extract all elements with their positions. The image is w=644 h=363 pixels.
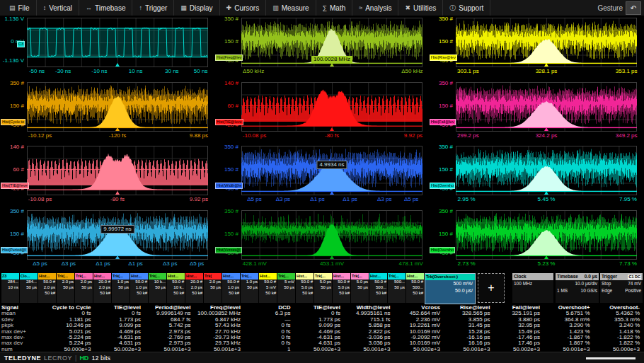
table-cell: 3.880 ps <box>493 316 544 322</box>
descriptor-box-5[interactable]: Hist...20.0 #2.0 ps50 k# <box>93 273 111 303</box>
descriptor-value: 500... <box>369 285 387 291</box>
trace-tag-hist-overshoot-neg[interactable]: Hist(Oversho <box>430 247 455 253</box>
trace-tag-hist-fall[interactable]: Hist(Fall@lev <box>430 119 456 125</box>
y-axis-label: 150 # <box>0 103 24 109</box>
waveform-hist-tie-pink[interactable] <box>27 146 208 195</box>
waveform-hist-overshoot-pos[interactable] <box>456 146 637 195</box>
table-cell: 50.002e+3 <box>94 346 144 352</box>
x-axis-label: Δ1 ps <box>128 260 142 267</box>
descriptor-box-16[interactable]: Hist...50.0 #5.0 ps50 k# <box>296 273 314 303</box>
menu-cursors[interactable]: ✚Cursors <box>220 0 267 16</box>
descriptor-box-4[interactable]: Trk(...2.0 ps50 µs <box>75 273 93 303</box>
table-header-7: Width@level <box>343 304 393 310</box>
table-cell: 9.9996149 ns <box>144 310 194 316</box>
trace-tag-hist-period[interactable]: Hist(Period@l <box>1 247 28 253</box>
x-axis-label: -50 ns <box>29 68 45 74</box>
menu-display[interactable]: ▦Display <box>174 0 219 16</box>
table-cell: 50.002e+3 <box>493 346 544 352</box>
descriptor-box-7[interactable]: Hist...50.0 #1.0 ps50 k# <box>130 273 148 303</box>
table-header-5: DCD <box>243 304 294 310</box>
waveform-hist-fall[interactable] <box>456 82 637 132</box>
x-axis-label: 5.23 % <box>538 260 556 267</box>
descriptor-box-8[interactable]: Trk(...10 k...50 µs <box>149 273 166 303</box>
x-axis-label: 5.45 % <box>538 196 556 202</box>
trace-tag-hist-overshoot-pos[interactable]: Hist(Oversho <box>430 183 455 189</box>
waveform-hist-vcross[interactable] <box>241 210 422 260</box>
table-cell: 9.099 ps <box>94 322 144 328</box>
menu-math[interactable]: ∑Math <box>316 0 353 16</box>
descriptor-box-19[interactable]: Trk(...5.0 ps50 µs <box>351 273 369 303</box>
add-trace-button[interactable]: + <box>478 273 505 303</box>
descriptor-value: 2.0 ps <box>93 285 111 291</box>
y-axis-label: 350 # <box>0 209 24 214</box>
menu-label: Measure <box>282 4 309 12</box>
descriptor-box-1[interactable]: Clo...284...50 µs <box>20 273 38 303</box>
table-cell: 1.418 % <box>593 328 643 334</box>
trigger-level: 74 mV <box>628 280 641 287</box>
y-axis-label: -1.136 V <box>0 58 24 64</box>
descriptor-box-17[interactable]: Trk(...5.0 ps50 µs <box>314 273 332 303</box>
trace-tag-hist-cycle[interactable]: Hist(Cycle to <box>1 119 25 125</box>
trace-tag-hist-rise[interactable]: Hist(Rise@lev <box>430 54 457 61</box>
panel-hist-tie-pink: 140 #60 #-20 #-10.08 ps-80 fs9.92 psHist… <box>0 144 214 208</box>
table-cell: 452.664 mV <box>393 310 444 316</box>
trace-tag-hist-freq[interactable]: Hist(Freq@lev <box>215 54 243 61</box>
descriptor-box-3[interactable]: Trk(...2.0 ps50 µs <box>57 273 74 303</box>
menu-label: File <box>18 4 30 12</box>
menu-file[interactable]: ▤File <box>3 0 37 16</box>
waveform-hist-cycle[interactable] <box>27 82 208 132</box>
descriptor-box-9[interactable]: Hist...50.0 #10 k..50 k# <box>167 273 185 303</box>
descriptor-box-11[interactable]: Trk(2.0 ps50 µs <box>204 273 222 303</box>
trigger-box[interactable]: Trigger C1 DC Stop 74 mV Edge Positive <box>600 273 643 303</box>
descriptor-header: Trk(Overshoot-) <box>425 274 475 280</box>
descriptor-box-18[interactable]: Hist...50.0 #5.0 ps50 k# <box>333 273 350 303</box>
x-axis-label: Δ1 ps <box>343 196 357 202</box>
trace-tag-c3[interactable]: C3 <box>17 41 25 47</box>
descriptor-box-13[interactable]: Trk(...1.0 ps50 µs <box>241 273 258 303</box>
descriptor-box-2[interactable]: Hist...50.0 #2.0 ps50 k# <box>38 273 56 303</box>
descriptor-box-10[interactable]: Hist...20.0 #2.0 ps50 k# <box>185 273 203 303</box>
descriptor-box-15[interactable]: Trk(...5 mV50 µs <box>277 273 295 303</box>
y-axis-label: 60 # <box>0 167 24 173</box>
gesture-undo-button[interactable]: ↶ <box>626 1 641 15</box>
clock-box[interactable]: Clock 100 MHz <box>512 273 553 303</box>
menu-vertical[interactable]: ↕Vertical <box>37 0 79 16</box>
trace-tag-hist-width[interactable]: Hist(Width@le <box>215 183 243 189</box>
trace-tag-hist-tie-red[interactable]: Hist(TIE@leve <box>215 119 243 125</box>
descriptor-box-12[interactable]: Hist...50.0 #1.0 ps50 k# <box>222 273 240 303</box>
brand-teledyne: TELEDYNE <box>4 355 41 362</box>
timebase-memory: 1 MS <box>557 287 568 294</box>
menu-utilities[interactable]: ✖Utilities <box>398 0 443 16</box>
descriptor-box-23-selected[interactable]: Trk(Overshoot-)500 m%/50.0 µs/ <box>425 273 476 304</box>
table-row-label: mean <box>1 310 44 316</box>
trace-tag-hist-tie-pink[interactable]: Hist(TIE@leve <box>1 183 29 189</box>
timebase-box[interactable]: Timebase 0.0 µs 10.0 µs/div 1 MS 10 GS/s <box>556 273 599 303</box>
waveform-hist-rise[interactable] <box>456 18 637 67</box>
table-cell: 3.036 ps <box>343 340 393 345</box>
menu-support[interactable]: ⓘSupport <box>443 0 490 16</box>
waveform-hist-width[interactable] <box>241 146 422 195</box>
waveform-hist-period[interactable] <box>27 210 208 260</box>
display-icon: ▦ <box>180 4 187 11</box>
descriptor-box-6[interactable]: Trk(...1.0 ps50 µs <box>112 273 130 303</box>
descriptor-header: Hist... <box>130 273 148 280</box>
menu-measure[interactable]: ▥Measure <box>266 0 316 16</box>
table-cell: 5.021 ps <box>44 328 94 334</box>
descriptor-value: 2.0 ps <box>204 280 222 285</box>
descriptor-box-20[interactable]: Hist...50.0 #500...50 k# <box>369 273 387 303</box>
descriptor-value: 50 µs <box>149 285 166 291</box>
menu-analysis[interactable]: ≈Analysis <box>352 0 398 16</box>
trigger-source-badge: C1 DC <box>628 275 641 280</box>
descriptor-box-22[interactable]: Hist...50.0 #500...50 k# <box>406 273 424 303</box>
menu-timebase[interactable]: ↔Timebase <box>79 0 133 16</box>
waveform-c3[interactable] <box>27 18 208 67</box>
descriptor-box-0[interactable]: Z3284...10 ns <box>1 273 19 303</box>
waveform-hist-overshoot-neg[interactable] <box>456 210 637 260</box>
x-axis-label: 324.2 ps <box>536 132 558 139</box>
waveform-hist-tie-red[interactable] <box>241 82 422 132</box>
descriptor-box-21[interactable]: Trk(...500...50 µs <box>388 273 406 303</box>
trace-tag-hist-vcross[interactable]: Hist(Vcross@ <box>215 247 242 253</box>
descriptor-box-14[interactable]: Hist...50.0 #5 mV50 k# <box>259 273 277 303</box>
table-cell: -4.631 ps <box>94 334 144 340</box>
menu-trigger[interactable]: ↑Trigger <box>132 0 174 16</box>
